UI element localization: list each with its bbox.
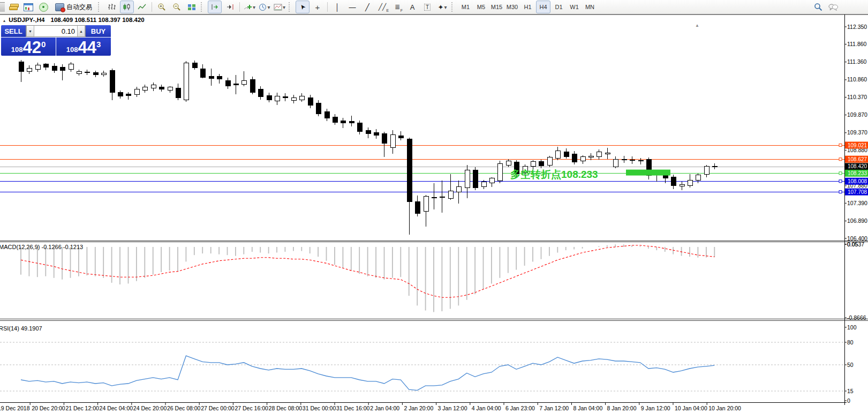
auto-scroll-icon [211,4,219,10]
toolbar-grip [98,2,103,12]
bar-chart-button[interactable] [105,1,119,13]
sell-button[interactable]: SELL [1,25,26,37]
periods-button[interactable]: ▾ [258,1,271,13]
text-label-button[interactable]: T [420,1,434,13]
macd-indicator-label: MACD(12,26,9) -0.1266 -0.1213 [0,244,83,250]
hline-hook [839,158,842,161]
templates-button[interactable]: ▾ [273,1,286,13]
tf-mn-button[interactable]: MN [583,1,597,13]
time-tick-label: 31 Dec 00:00 [303,405,336,411]
line-chart-icon [138,3,146,11]
volume-increase-button[interactable]: ▲ [77,26,85,36]
price-tick-label: 109.870 [847,111,867,118]
search-button[interactable] [811,1,825,13]
time-tick-label: 2 Jan 04:00 [370,405,399,411]
crosshair-button[interactable]: + [311,1,324,13]
buy-button[interactable]: BUY [86,25,111,37]
time-tick-label: 3 Jan 12:00 [438,405,467,411]
rsi-scale-label: 0 [847,397,850,404]
cursor-icon: ➤ [298,3,307,11]
highlight-rectangle[interactable] [626,170,670,176]
auto-scroll-button[interactable] [208,1,222,13]
price-badge-label: 108.420 [848,163,867,169]
buy-price-main: 44 [78,40,96,55]
fibonacci-button[interactable]: ≣F [390,1,404,13]
indicators-button[interactable]: ▾ [243,1,256,13]
tile-windows-button[interactable] [185,1,199,13]
chart-window: ▲112.350111.860111.360110.860110.370109.… [0,14,868,413]
zoom-in-button[interactable] [155,1,169,13]
chart-shift-button[interactable] [223,1,237,13]
toolbar-separator [327,2,328,12]
candlestick-chart-icon [123,3,131,11]
indicators-icon [244,3,252,11]
trendline-button[interactable]: ╱ [360,1,374,13]
signals-button[interactable] [36,1,50,13]
time-tick-label: 10 Jan 20:00 [708,405,741,411]
toolbar-separator [152,2,152,12]
price-tick-label: 111.360 [847,58,867,65]
chart-symbol-period: USDJPY-,H4 [9,17,44,23]
dropdown-arrow-icon[interactable]: ▾ [444,4,447,10]
new-window-button[interactable] [21,1,35,13]
zoom-out-icon [172,3,181,11]
auto-trading-icon [55,3,64,11]
arrows-button[interactable]: ✦▾ [435,1,449,13]
price-badge-label: 109.021 [848,142,867,148]
time-tick-label: 26 Dec 08:00 [167,405,201,411]
chart-ohlc-values: 108.409 108.511 108.397 108.420 [51,17,145,23]
tf-m30-button[interactable]: M30 [505,1,519,13]
chart-marker-icon: ▴ [3,18,5,23]
bar-chart-icon [108,3,116,11]
text-button[interactable]: A [405,1,419,13]
tf-m1-button[interactable]: M1 [458,1,473,13]
gold-button[interactable] [6,1,20,13]
buy-price-sup: 3 [96,40,101,49]
price-badge-label: 108.008 [848,178,867,184]
toolbar-grip [289,2,293,12]
channel-button[interactable]: ╱╱E [375,1,389,13]
sell-price-main: 42 [22,40,41,55]
tf-h1-button[interactable]: H1 [520,1,535,13]
tf-m5-button[interactable]: M5 [474,1,488,13]
dropdown-arrow-icon[interactable]: ▾ [253,4,255,10]
horizontal-line-icon: — [349,4,356,11]
volume-input[interactable]: 0.10 [34,27,77,35]
dropdown-arrow-icon[interactable]: ▾ [267,4,270,10]
rsi-scale-label: 15 [847,388,854,394]
time-tick-label: 19 Dec 2018 [0,405,30,411]
zoom-in-icon [157,3,166,11]
buy-price-display[interactable]: 108443 [56,37,111,56]
zoom-out-button[interactable] [170,1,184,13]
toolbar-grip [201,2,206,12]
cursor-button[interactable]: ➤ [296,1,310,13]
toolbar-separator [239,2,240,12]
volume-decrease-button[interactable]: ▼ [26,26,34,36]
tf-m15-button[interactable]: M15 [489,1,504,13]
auto-trading-button[interactable]: 自动交易 [51,1,96,13]
chat-button[interactable] [826,1,840,13]
line-chart-button[interactable] [135,1,149,13]
time-tick-label: 28 Dec 08:00 [269,405,303,411]
chat-icon [828,3,838,11]
clock-icon [259,3,267,11]
tf-h4-button[interactable]: H4 [536,1,550,13]
one-click-trading-panel: SELL ▼ 0.10 ▲ BUY 108420 108443 [1,25,111,56]
annotation-text[interactable]: 多空转折点108.233 [510,168,598,182]
candlestick-chart-button[interactable] [120,1,134,13]
fibonacci-icon: ≣F [395,3,400,11]
tf-w1-button[interactable]: W1 [567,1,582,13]
sell-price-display[interactable]: 108420 [1,37,56,56]
tf-d1-button[interactable]: D1 [552,1,566,13]
clipped-icon [0,2,5,12]
vertical-line-icon: │ [335,4,339,11]
horizontal-line-button[interactable]: — [345,1,359,13]
rsi-scale-label: 100 [847,324,857,331]
price-tick-label: 107.390 [847,200,867,206]
price-tick-label: 112.350 [847,24,867,30]
text-icon: A [410,4,415,11]
chart-canvas[interactable]: ▲112.350111.860111.360110.860110.370109.… [0,14,868,413]
dropdown-arrow-icon[interactable]: ▾ [283,4,285,10]
vertical-line-button[interactable]: │ [330,1,344,13]
tile-windows-icon [187,4,196,11]
